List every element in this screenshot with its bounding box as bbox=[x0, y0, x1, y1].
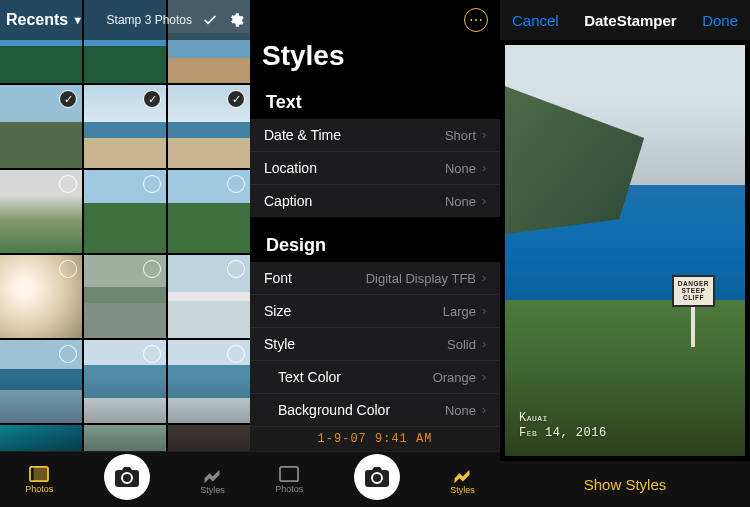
album-selector[interactable]: Recents ▼ bbox=[6, 11, 83, 29]
cell-label: Style bbox=[264, 336, 295, 352]
styles-settings-pane: ⋯ Styles Text Date & Time Short › Locati… bbox=[250, 0, 500, 507]
photo-thumb[interactable] bbox=[84, 170, 166, 253]
chevron-down-icon: ▼ bbox=[72, 14, 83, 26]
select-ring-icon[interactable] bbox=[227, 345, 245, 363]
cell-size[interactable]: Size Large › bbox=[250, 295, 500, 328]
tab-bar: Photos Styles bbox=[0, 451, 250, 507]
cell-caption[interactable]: Caption None › bbox=[250, 185, 500, 217]
nav-title: DateStamper bbox=[584, 12, 677, 29]
cell-value: Solid bbox=[447, 337, 476, 352]
photo-thumb[interactable] bbox=[168, 255, 250, 338]
chevron-right-icon: › bbox=[482, 161, 486, 175]
photo-thumb[interactable] bbox=[84, 85, 166, 168]
tab-styles[interactable]: Styles bbox=[450, 464, 475, 495]
photo-thumb[interactable] bbox=[0, 170, 82, 253]
tab-label: Photos bbox=[275, 484, 303, 494]
camera-button[interactable] bbox=[104, 454, 150, 500]
cell-label: Caption bbox=[264, 193, 312, 209]
date-preview-bar: 1-9-07 9:41 AM bbox=[250, 427, 500, 451]
select-ring-icon[interactable] bbox=[227, 260, 245, 278]
chevron-right-icon: › bbox=[482, 128, 486, 142]
photo-thumb[interactable] bbox=[0, 255, 82, 338]
select-ring-icon[interactable] bbox=[59, 90, 77, 108]
cell-text-color[interactable]: Text Color Orange › bbox=[250, 361, 500, 394]
sign-line: DANGER bbox=[678, 280, 709, 287]
photo-thumb[interactable] bbox=[168, 85, 250, 168]
cell-value: None bbox=[445, 403, 476, 418]
svg-rect-1 bbox=[34, 467, 48, 481]
select-all-icon[interactable] bbox=[202, 12, 218, 28]
photo-thumb[interactable] bbox=[0, 85, 82, 168]
tab-photos[interactable]: Photos bbox=[275, 465, 303, 494]
sign-line: CLIFF bbox=[678, 294, 709, 301]
cell-label: Text Color bbox=[278, 369, 341, 385]
stamp-date: Feb 14, 2016 bbox=[519, 426, 607, 442]
chevron-right-icon: › bbox=[482, 271, 486, 285]
cell-location[interactable]: Location None › bbox=[250, 152, 500, 185]
stamp-location: Kauai bbox=[519, 411, 607, 427]
cell-label: Background Color bbox=[278, 402, 390, 418]
photo-thumb[interactable] bbox=[84, 340, 166, 423]
gear-icon[interactable] bbox=[228, 12, 244, 28]
cell-style[interactable]: Style Solid › bbox=[250, 328, 500, 361]
photo-grid bbox=[0, 0, 250, 507]
cell-date-time[interactable]: Date & Time Short › bbox=[250, 119, 500, 152]
cell-label: Size bbox=[264, 303, 291, 319]
photo-preview[interactable]: DANGER STEEP CLIFF Kauai Feb 14, 2016 bbox=[500, 40, 750, 461]
photo-thumb[interactable] bbox=[84, 255, 166, 338]
photo-picker-pane: Recents ▼ Stamp 3 Photos Photos Styles bbox=[0, 0, 250, 507]
done-button[interactable]: Done bbox=[702, 12, 738, 29]
nav-bar: Cancel DateStamper Done bbox=[500, 0, 750, 40]
select-ring-icon[interactable] bbox=[59, 175, 77, 193]
danger-sign: DANGER STEEP CLIFF bbox=[672, 275, 715, 346]
tab-label: Styles bbox=[200, 485, 225, 495]
photo-thumb[interactable] bbox=[0, 340, 82, 423]
chevron-right-icon: › bbox=[482, 304, 486, 318]
select-ring-icon[interactable] bbox=[227, 90, 245, 108]
chevron-right-icon: › bbox=[482, 403, 486, 417]
stamp-count-label: Stamp 3 Photos bbox=[107, 13, 192, 27]
cell-background-color[interactable]: Background Color None › bbox=[250, 394, 500, 427]
sign-line: STEEP bbox=[678, 287, 709, 294]
tab-photos[interactable]: Photos bbox=[25, 465, 53, 494]
svg-rect-2 bbox=[280, 467, 298, 481]
select-ring-icon[interactable] bbox=[143, 260, 161, 278]
show-styles-button[interactable]: Show Styles bbox=[584, 476, 667, 493]
cancel-button[interactable]: Cancel bbox=[512, 12, 559, 29]
tab-bar: Photos Styles bbox=[250, 451, 500, 507]
chevron-right-icon: › bbox=[482, 337, 486, 351]
cell-group-text: Date & Time Short › Location None › Capt… bbox=[250, 119, 500, 217]
date-stamp-overlay: Kauai Feb 14, 2016 bbox=[519, 411, 607, 442]
preview-toolbar: Show Styles bbox=[500, 461, 750, 507]
more-icon[interactable]: ⋯ bbox=[464, 8, 488, 32]
styles-header-bar: ⋯ bbox=[250, 0, 500, 40]
chevron-right-icon: › bbox=[482, 370, 486, 384]
cell-value: Short bbox=[445, 128, 476, 143]
chevron-right-icon: › bbox=[482, 194, 486, 208]
photo-image: DANGER STEEP CLIFF Kauai Feb 14, 2016 bbox=[505, 45, 745, 456]
cell-value: Large bbox=[443, 304, 476, 319]
select-ring-icon[interactable] bbox=[143, 175, 161, 193]
cell-value: None bbox=[445, 194, 476, 209]
album-label: Recents bbox=[6, 11, 68, 29]
cell-font[interactable]: Font Digital Display TFB › bbox=[250, 262, 500, 295]
cell-value: Digital Display TFB bbox=[366, 271, 476, 286]
section-header-design: Design bbox=[250, 229, 500, 262]
photo-thumb[interactable] bbox=[168, 170, 250, 253]
tab-styles[interactable]: Styles bbox=[200, 464, 225, 495]
preview-pane: Cancel DateStamper Done DANGER STEEP CLI… bbox=[500, 0, 750, 507]
select-ring-icon[interactable] bbox=[59, 345, 77, 363]
select-ring-icon[interactable] bbox=[143, 345, 161, 363]
cell-label: Date & Time bbox=[264, 127, 341, 143]
tab-label: Photos bbox=[25, 484, 53, 494]
cell-label: Location bbox=[264, 160, 317, 176]
page-title: Styles bbox=[250, 40, 500, 86]
cell-label: Font bbox=[264, 270, 292, 286]
select-ring-icon[interactable] bbox=[143, 90, 161, 108]
select-ring-icon[interactable] bbox=[59, 260, 77, 278]
select-ring-icon[interactable] bbox=[227, 175, 245, 193]
cell-value: None bbox=[445, 161, 476, 176]
picker-header: Recents ▼ Stamp 3 Photos bbox=[0, 0, 250, 40]
photo-thumb[interactable] bbox=[168, 340, 250, 423]
camera-button[interactable] bbox=[354, 454, 400, 500]
